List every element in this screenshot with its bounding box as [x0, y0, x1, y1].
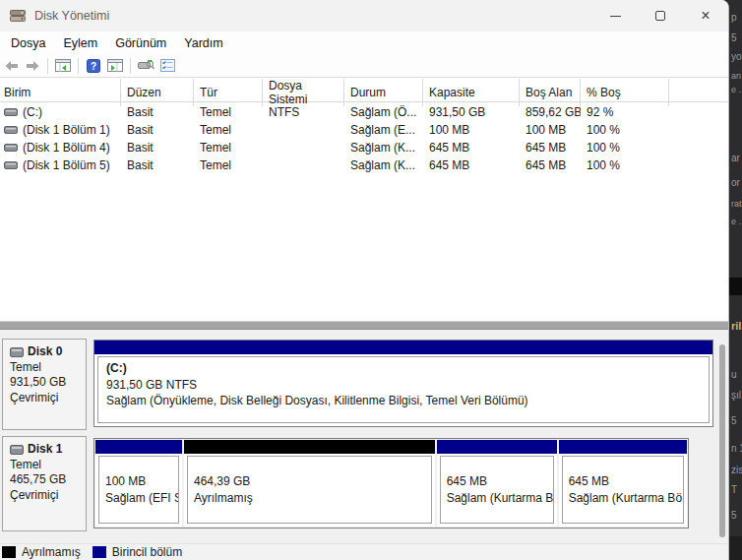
svg-text:?: ?: [91, 61, 96, 72]
close-icon: ×: [701, 8, 710, 24]
partition-size: 645 MB: [447, 473, 553, 490]
background-text-fragment: şıl: [731, 390, 741, 401]
vertical-scrollbar-thumb[interactable]: [719, 344, 725, 537]
legend-primary-partition: Birincil bölüm: [93, 545, 182, 559]
menu-item-help[interactable]: Yardım: [175, 33, 231, 53]
col-header-type[interactable]: Tür: [194, 79, 263, 106]
disk-icon: [10, 347, 24, 357]
toolbar-separator: [78, 58, 79, 74]
efi-partition[interactable]: 100 MB Sağlam (EFI Si: [95, 440, 182, 527]
volume-status: Sağlam (K...: [344, 156, 423, 173]
volume-filesystem: NTFS: [263, 103, 344, 120]
options-icon: [160, 59, 175, 72]
col-header-freespace[interactable]: Boş Alan: [520, 79, 581, 106]
volume-name: (Disk 1 Bölüm 1): [23, 123, 110, 137]
maximize-button[interactable]: [638, 0, 683, 31]
toolbar-separator: [47, 58, 48, 74]
unallocated-swatch: [2, 546, 16, 558]
help-icon: ?: [87, 59, 100, 73]
volume-percentfree: 100 %: [581, 121, 669, 138]
background-text-fragment: p: [731, 12, 737, 23]
disk0-label[interactable]: Disk 0 Temel 931,50 GB Çevrimiçi: [2, 339, 87, 430]
col-header-percentfree[interactable]: % Boş: [581, 79, 669, 106]
partition-c[interactable]: (C:) 931,50 GB NTFS Sağlam (Önyükleme, D…: [93, 340, 713, 427]
volume-freespace: 859,62 GB: [520, 103, 581, 120]
background-text-fragment: n 1: [731, 443, 742, 454]
volume-row[interactable]: (C:) Basit Temel NTFS Sağlam (Ö... 931,5…: [0, 103, 728, 120]
background-text-fragment: 5: [731, 32, 737, 43]
background-text-fragment: rat: [731, 199, 742, 209]
volume-percentfree: 100 %: [581, 156, 669, 173]
close-button[interactable]: ×: [683, 0, 728, 31]
window-title: Disk Yönetimi: [34, 9, 109, 23]
help-button[interactable]: ?: [84, 56, 103, 76]
disk-management-window: Disk Yönetimi × Dosya Eylem Görünüm Yard…: [0, 0, 729, 560]
volume-row[interactable]: (Disk 1 Bölüm 1) Basit Temel Sağlam (E..…: [0, 121, 728, 138]
partition-color-band: [95, 440, 182, 454]
disk1-label[interactable]: Disk 1 Temel 465,75 GB Çevrimiçi: [2, 436, 87, 531]
col-header-status[interactable]: Durum: [344, 79, 423, 106]
back-button[interactable]: [1, 56, 21, 76]
toolbar-separator: [130, 58, 131, 74]
title-bar: Disk Yönetimi ×: [0, 0, 728, 31]
disk-status: Çevrimiçi: [10, 391, 86, 406]
volume-filesystem: [263, 156, 344, 173]
volume-name: (Disk 1 Bölüm 5): [23, 158, 110, 172]
legend-label: Ayrılmamış: [22, 545, 81, 559]
col-header-volume[interactable]: Birim: [0, 79, 121, 106]
volume-freespace: 645 MB: [520, 139, 581, 156]
volume-type: Temel: [194, 156, 263, 173]
volume-percentfree: 100 %: [581, 139, 669, 156]
menu-item-file[interactable]: Dosya: [2, 33, 54, 53]
background-text-fragment: e .: [731, 85, 741, 94]
primary-partition-swatch: [93, 546, 106, 558]
volume-percentfree: 92 %: [581, 103, 669, 120]
volume-icon: [4, 108, 18, 116]
volume-freespace: 100 MB: [520, 121, 581, 138]
partition-status: Sağlam (EFI Si: [105, 490, 178, 507]
device-properties-button[interactable]: [136, 56, 155, 76]
col-header-capacity[interactable]: Kapasite: [423, 79, 520, 106]
minimize-button[interactable]: [592, 0, 638, 31]
volume-capacity: 645 MB: [423, 139, 520, 156]
toolbar: ?: [0, 54, 728, 78]
background-text-fragment: 5: [731, 510, 737, 521]
options-button[interactable]: [157, 56, 177, 76]
partition-status: Ayrılmamış: [194, 490, 431, 507]
pane-splitter[interactable]: [0, 321, 728, 330]
menu-item-action[interactable]: Eylem: [54, 33, 106, 53]
device-icon: [138, 59, 155, 72]
legend-bar: Ayrılmamış Birincil bölüm: [0, 543, 728, 560]
menu-item-view[interactable]: Görünüm: [106, 33, 175, 53]
disk1-partition-group: 100 MB Sağlam (EFI Si 464,39 GB Ayrılmam…: [93, 438, 689, 529]
background-text-fragment: an: [731, 71, 741, 81]
volume-row[interactable]: (Disk 1 Bölüm 5) Basit Temel Sağlam (K..…: [0, 156, 728, 173]
show-console-tree-button[interactable]: [53, 56, 73, 76]
recovery-partition-2[interactable]: 645 MB Sağlam (Kurtarma Bö: [559, 440, 687, 527]
volume-name: (Disk 1 Bölüm 4): [23, 141, 110, 155]
background-text-fragment: or: [731, 177, 740, 188]
disk-name: Disk 0: [28, 344, 62, 360]
volume-row[interactable]: (Disk 1 Bölüm 4) Basit Temel Sağlam (K..…: [0, 139, 728, 156]
background-text-fragment: e .: [731, 217, 741, 226]
disk-management-app-icon[interactable]: [10, 9, 27, 23]
volume-status: Sağlam (K...: [344, 139, 423, 156]
volume-layout: Basit: [121, 156, 194, 173]
volume-icon: [4, 126, 18, 134]
volume-capacity: 645 MB: [423, 156, 520, 173]
volume-type: Temel: [194, 139, 263, 156]
col-header-layout[interactable]: Düzen: [121, 79, 194, 106]
show-action-pane-button[interactable]: [105, 56, 125, 76]
volume-filesystem: [263, 121, 344, 138]
volume-capacity: 931,50 GB: [423, 103, 520, 120]
unallocated-partition[interactable]: 464,39 GB Ayrılmamış: [184, 440, 435, 527]
recovery-partition-1[interactable]: 645 MB Sağlam (Kurtarma Bö: [437, 440, 557, 527]
col-header-empty[interactable]: [669, 79, 728, 106]
volume-icon: [4, 144, 18, 152]
forward-button[interactable]: [23, 56, 42, 76]
forward-icon: [26, 60, 40, 72]
partition-color-band: [184, 440, 435, 454]
col-header-filesystem[interactable]: Dosya Sistemi: [263, 79, 344, 106]
background-text-fragment: ril: [731, 320, 741, 332]
volume-type: Temel: [194, 121, 263, 138]
